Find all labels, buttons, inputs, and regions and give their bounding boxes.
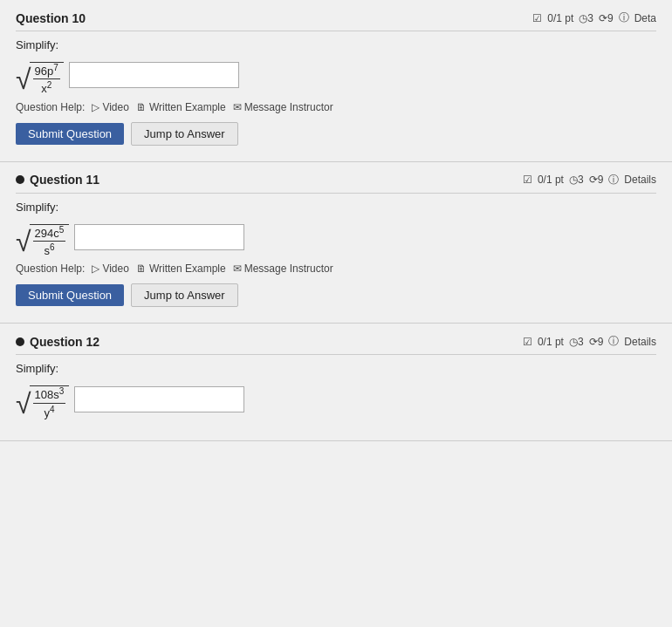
details-icon: ⓘ: [619, 10, 629, 25]
simplify-label-10: Simplify:: [16, 38, 656, 51]
simplify-label-11: Simplify:: [16, 201, 656, 214]
denominator-11: s6: [44, 242, 54, 257]
question-11-block: Question 11 ☑ 0/1 pt ◷3 ⟳9 ⓘ Details Sim…: [0, 162, 672, 324]
numerator-12: 108s3: [33, 386, 66, 403]
written-icon-10: 🗎: [136, 101, 147, 113]
question-10-title: Question 10: [16, 11, 86, 25]
question-10-block: Question 10 ☑ 0/1 pt ◷3 ⟳9 ⓘ Deta Simpli…: [0, 0, 672, 162]
radical-10: √ 96p7 x2: [16, 58, 64, 92]
radical-12: √ 108s3 y4: [16, 382, 69, 416]
video-icon-10: ▷: [92, 101, 99, 113]
score-check-icon-12: ☑: [523, 336, 532, 348]
answer-input-11[interactable]: [74, 224, 244, 250]
question-12-details: Details: [624, 336, 656, 348]
question-10-submissions: ⟳9: [599, 12, 614, 24]
video-icon-11: ▷: [92, 262, 99, 275]
help-row-10: Question Help: ▷ Video 🗎 Written Example…: [16, 101, 656, 113]
fraction-10: 96p7 x2: [30, 62, 64, 96]
question-12-meta: ☑ 0/1 pt ◷3 ⟳9 ⓘ Details: [523, 334, 656, 349]
question-12-block: Question 12 ☑ 0/1 pt ◷3 ⟳9 ⓘ Details Sim…: [0, 324, 672, 441]
help-message-10[interactable]: ✉ Message Instructor: [233, 101, 333, 113]
submit-button-11[interactable]: Submit Question: [16, 284, 124, 306]
page: Question 10 ☑ 0/1 pt ◷3 ⟳9 ⓘ Deta Simpli…: [0, 0, 672, 627]
question-10-details: Deta: [634, 12, 656, 24]
question-10-retries: ◷3: [579, 12, 593, 24]
fraction-11: 294c5 s6: [30, 224, 70, 258]
fraction-12: 108s3 y4: [30, 385, 70, 419]
submit-button-10[interactable]: Submit Question: [16, 123, 124, 145]
action-buttons-11: Submit Question Jump to Answer: [16, 283, 656, 307]
question-11-dot: [16, 175, 24, 184]
help-written-11[interactable]: 🗎 Written Example: [136, 262, 226, 275]
question-11-title: Question 11: [16, 173, 99, 187]
radical-11: √ 294c5 s6: [16, 221, 69, 255]
question-12-title: Question 12: [16, 335, 99, 349]
jump-button-10[interactable]: Jump to Answer: [131, 122, 238, 146]
details-icon-11: ⓘ: [608, 173, 619, 187]
question-12-label: Question 12: [30, 335, 99, 349]
denominator-12: y4: [44, 404, 54, 419]
question-12-score: 0/1 pt: [538, 336, 564, 348]
help-message-11[interactable]: ✉ Message Instructor: [233, 262, 333, 275]
question-10-score: 0/1 pt: [547, 12, 573, 24]
help-video-11[interactable]: ▷ Video: [92, 262, 128, 275]
help-row-11: Question Help: ▷ Video 🗎 Written Example…: [16, 262, 656, 275]
question-10-label: Question 10: [16, 11, 86, 25]
jump-button-11[interactable]: Jump to Answer: [131, 283, 238, 307]
numerator-11: 294c5: [33, 225, 66, 242]
question-10-header: Question 10 ☑ 0/1 pt ◷3 ⟳9 ⓘ Deta: [16, 10, 656, 31]
question-11-score: 0/1 pt: [538, 174, 564, 186]
question-11-retries: ◷3: [569, 174, 584, 186]
written-icon-11: 🗎: [136, 262, 147, 275]
simplify-label-12: Simplify:: [16, 362, 656, 375]
math-row-12: √ 108s3 y4: [16, 382, 656, 416]
question-11-meta: ☑ 0/1 pt ◷3 ⟳9 ⓘ Details: [523, 173, 656, 187]
message-icon-11: ✉: [233, 262, 242, 275]
help-video-10[interactable]: ▷ Video: [92, 101, 128, 113]
question-12-retries: ◷3: [569, 336, 584, 348]
math-row-10: √ 96p7 x2: [16, 58, 656, 92]
question-11-header: Question 11 ☑ 0/1 pt ◷3 ⟳9 ⓘ Details: [16, 173, 656, 194]
math-row-11: √ 294c5 s6: [16, 221, 656, 255]
answer-input-12[interactable]: [74, 386, 244, 412]
details-icon-12: ⓘ: [608, 334, 619, 349]
question-11-submissions: ⟳9: [589, 174, 604, 186]
question-10-meta: ☑ 0/1 pt ◷3 ⟳9 ⓘ Deta: [532, 10, 656, 25]
answer-input-10[interactable]: [69, 62, 239, 88]
help-label-10: Question Help:: [16, 101, 85, 113]
denominator-10: x2: [41, 79, 51, 95]
help-written-10[interactable]: 🗎 Written Example: [136, 101, 226, 113]
question-12-dot: [16, 337, 24, 346]
question-12-header: Question 12 ☑ 0/1 pt ◷3 ⟳9 ⓘ Details: [16, 334, 656, 355]
action-buttons-10: Submit Question Jump to Answer: [16, 122, 656, 146]
score-check-icon-11: ☑: [523, 174, 532, 186]
question-11-details: Details: [624, 174, 656, 186]
score-check-icon: ☑: [532, 12, 542, 24]
message-icon-10: ✉: [233, 101, 242, 113]
help-label-11: Question Help:: [16, 262, 85, 275]
question-11-label: Question 11: [30, 173, 99, 187]
numerator-10: 96p7: [33, 63, 60, 79]
question-12-submissions: ⟳9: [589, 336, 604, 348]
